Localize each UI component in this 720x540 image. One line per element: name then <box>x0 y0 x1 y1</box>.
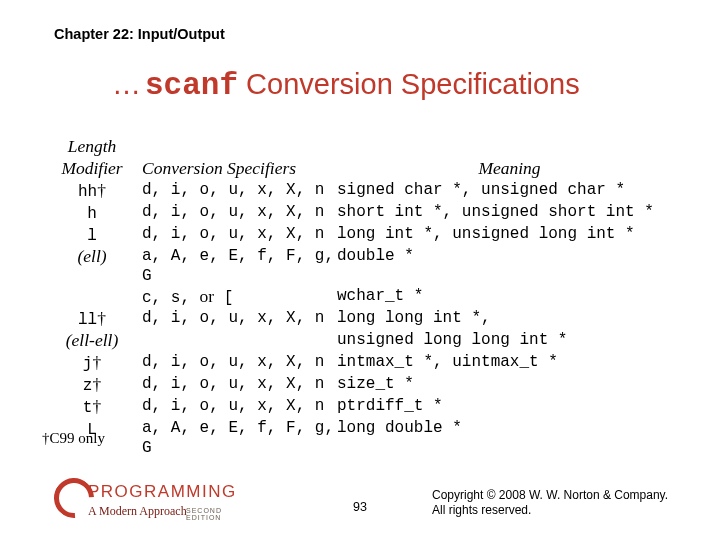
table-row: c, s, or [ wchar_t * <box>42 286 682 308</box>
hdr-modifier: Modifier <box>42 158 142 180</box>
table: Length Modifier Conversion Specifiers Me… <box>42 136 682 458</box>
hdr-length: Length <box>42 136 142 158</box>
logo-main: PROGRAMMING <box>88 482 237 502</box>
table-row: L a, A, e, E, f, F, g, G long double * <box>42 418 682 458</box>
table-row: h d, i, o, u, x, X, n short int *, unsig… <box>42 202 682 224</box>
copyright: Copyright © 2008 W. W. Norton & Company.… <box>432 488 692 518</box>
hdr-specifiers: Conversion Specifiers <box>142 158 337 180</box>
title-rest: Conversion Specifications <box>238 68 580 100</box>
table-row: (ell-ell) unsigned long long int * <box>42 330 682 352</box>
table-row: ll† d, i, o, u, x, X, n long long int *, <box>42 308 682 330</box>
slide-title: …scanf Conversion Specifications <box>112 68 580 103</box>
title-code: scanf <box>145 68 238 103</box>
footnote: †C99 only <box>42 430 105 447</box>
table-row: z† d, i, o, u, x, X, n size_t * <box>42 374 682 396</box>
table-row: l d, i, o, u, x, X, n long int *, unsign… <box>42 224 682 246</box>
footer: PROGRAMMING A Modern Approach SECOND EDI… <box>0 478 720 526</box>
table-row: j† d, i, o, u, x, X, n intmax_t *, uintm… <box>42 352 682 374</box>
table-row: hh† d, i, o, u, x, X, n signed char *, u… <box>42 180 682 202</box>
table-row: (ell) a, A, e, E, f, F, g, G double * <box>42 246 682 286</box>
title-prefix: … <box>112 68 145 100</box>
chapter-label: Chapter 22: Input/Output <box>54 26 225 42</box>
hdr-meaning: Meaning <box>337 158 682 180</box>
table-row: t† d, i, o, u, x, X, n ptrdiff_t * <box>42 396 682 418</box>
